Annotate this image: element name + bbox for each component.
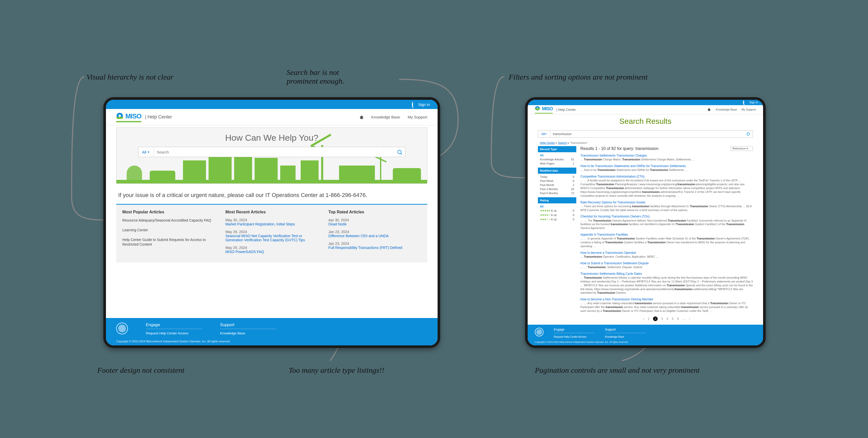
recent-column: Most Recent Articles May 30, 2024 Market… [225, 210, 318, 257]
pager-item[interactable]: 1 [648, 317, 649, 320]
search-button[interactable] [394, 150, 405, 154]
search-icon[interactable] [743, 101, 744, 104]
result-link[interactable]: Rate Recovery Options for Transmission A… [580, 200, 645, 204]
facet-option[interactable]: Past Month2 [540, 183, 574, 187]
hero-banner: How Can We Help You? All ▼ [116, 127, 427, 184]
pager-item[interactable]: 5 [672, 317, 674, 320]
results-main: Results 1 - 10 of 82 for query: transmis… [580, 146, 753, 325]
annotation-filters: Filters and sorting options are not prom… [509, 73, 648, 81]
search-scope-dropdown[interactable]: All ▼ [138, 147, 154, 157]
brand-logo[interactable]: MISO [535, 106, 553, 113]
articles-panel: Most Popular Articles Resource Adequacy/… [116, 204, 427, 262]
result-item: Competitive Transmission Administration … [580, 175, 753, 197]
pager-item[interactable]: › [689, 317, 690, 320]
footer-engage-heading: Engage [146, 323, 202, 329]
recent-item: May 29, 2024 Seasonal MISO Net Capacity … [225, 230, 318, 242]
footer-logo-icon [116, 323, 128, 334]
sign-in-link[interactable]: Sign in [749, 101, 758, 104]
facet-option[interactable]: ★★★★★ & up0 [540, 209, 574, 212]
popular-item[interactable]: Learning Center [122, 228, 215, 232]
result-link[interactable]: How to Submit a Transmission Settlement … [580, 261, 649, 265]
nav-my-support[interactable]: My Support [408, 115, 427, 119]
facet-option[interactable]: Past 6 Months72 [540, 192, 574, 195]
brand-logo[interactable]: MISO [116, 112, 141, 122]
search-input[interactable] [154, 150, 394, 154]
annotation-hierarchy: Visual hierarchy is not clear [87, 73, 174, 81]
facet-option[interactable]: ★★★☆☆ & up0 [540, 218, 574, 221]
logo-icon [535, 106, 540, 111]
result-item: How to become a Transmission Operator… T… [580, 251, 753, 259]
page-title: Search Results [528, 117, 763, 126]
pagination: ‹123456…› [580, 316, 753, 321]
footer-support-link[interactable]: Knowledge Base [605, 336, 624, 338]
result-snippet: … … A facility would be assigned to the … [580, 179, 753, 197]
footer-engage-link[interactable]: Request Help Center Access [554, 336, 587, 338]
result-link[interactable]: Transmission Settlements Billing Cycle D… [580, 272, 642, 276]
result-item: Rate Recovery Options for Transmission A… [580, 200, 753, 212]
facet-option[interactable]: All [540, 154, 574, 157]
footer-engage-link[interactable]: Request Help Center Access [146, 331, 188, 335]
search-icon[interactable] [412, 102, 413, 107]
result-link[interactable]: How to become a Transmission Operator [580, 251, 636, 255]
search-input[interactable] [550, 132, 744, 136]
bc-search[interactable]: Search [558, 141, 567, 144]
facet-option[interactable]: All [540, 205, 574, 208]
pager-item[interactable]: 3 [661, 317, 663, 320]
item-link[interactable]: Full Responsibility Transactions (FRT) D… [328, 246, 402, 250]
result-snippet: … How to be Transmission Statements and … [580, 168, 753, 172]
tablet-search-results: Sign in MISO | Help Center Knowledge Bas… [525, 97, 766, 348]
result-snippet: … … Transmission; Settlement; Dispute; S… [580, 265, 753, 269]
home-icon[interactable] [360, 115, 364, 119]
result-link[interactable]: Transmission Settlements Transmission Ch… [580, 154, 647, 157]
item-date: May 30, 2024 [225, 218, 318, 222]
pager-item[interactable]: ‹ [643, 317, 644, 320]
result-snippet: … Transmission Operator, Certification, … [580, 255, 753, 259]
nav-my-support[interactable]: My Support [742, 108, 756, 111]
pager-item[interactable]: … [682, 317, 686, 320]
top-item: Jan 23, 2024 Difference Between CEII and… [328, 230, 421, 238]
item-link[interactable]: Seasonal MISO Net Capacity Verification … [225, 234, 305, 242]
footer: Engage Request Help Center Access Suppor… [528, 325, 763, 345]
nav-knowledge-base[interactable]: Knowledge Base [716, 108, 737, 111]
facet-option[interactable]: Web Pages1 [540, 162, 574, 165]
facet-option[interactable]: ★★★★☆ & up0 [540, 213, 574, 217]
facet-option[interactable]: Today0 [540, 175, 574, 178]
item-link[interactable]: MISO PowerGADS FAQ [225, 250, 264, 254]
popular-item[interactable]: Help Center Guide to Submit Requests for… [122, 238, 215, 247]
result-link[interactable]: How to become a Non-Transmission Owning … [580, 298, 653, 301]
item-link[interactable]: Market Participant Registration, Initial… [225, 222, 295, 226]
footer-logo-icon [535, 328, 544, 337]
result-snippet: … … In general, Appendix H Transmission … [580, 237, 753, 248]
nav-knowledge-base[interactable]: Knowledge Base [371, 115, 400, 119]
item-link[interactable]: Difference Between CEII and a UNDA [328, 234, 389, 238]
results-count: Results 1 - 10 of 82 for query: transmis… [580, 146, 658, 151]
annotation-pagination: Pagination controls are small and not ve… [535, 366, 700, 375]
facet-modified-list: Today0Past Week0Past Month2Past 3 Months… [538, 174, 576, 197]
home-icon[interactable] [708, 108, 711, 111]
item-link[interactable]: Dead Node [328, 222, 346, 226]
popular-item[interactable]: Resource Adequacy/Seasonal Accredited Ca… [122, 218, 215, 223]
result-link[interactable]: How to be Transmission Statements and OW… [580, 164, 686, 168]
pager-item[interactable]: 2 [653, 316, 658, 321]
sort-select[interactable]: Relevance ▾ [731, 146, 753, 151]
result-link[interactable]: Appendix H Transmission Facilities [580, 233, 628, 237]
facet-option[interactable]: Past Week0 [540, 179, 574, 182]
facet-option[interactable]: Knowledge Articles81 [540, 158, 574, 161]
facet-option[interactable]: Past 3 Months42 [540, 188, 574, 191]
item-date: Jan 23, 2024 [328, 230, 421, 234]
search-scope-dropdown[interactable]: All ▼ [538, 130, 550, 137]
footer-support-link[interactable]: Knowledge Base [220, 331, 245, 335]
footer-support: Support Knowledge Base [220, 323, 276, 335]
sign-in-link[interactable]: Sign in [418, 102, 430, 107]
bc-home[interactable]: Help Center [540, 141, 555, 144]
result-link[interactable]: Checklist for Incoming Transmission Owne… [580, 215, 650, 218]
topbar: Sign in [106, 100, 438, 109]
pager-item[interactable]: 4 [666, 317, 669, 320]
search-button[interactable] [744, 132, 752, 135]
recent-item: May 30, 2024 Market Participant Registra… [225, 218, 318, 226]
footer-support-heading: Support [605, 328, 646, 333]
pager-item[interactable]: 6 [677, 317, 679, 320]
footer-engage-heading: Engage [554, 328, 595, 333]
result-link[interactable]: Competitive Transmission Administration … [580, 175, 645, 178]
site-header: MISO | Help Center Knowledge Base My Sup… [106, 109, 438, 125]
